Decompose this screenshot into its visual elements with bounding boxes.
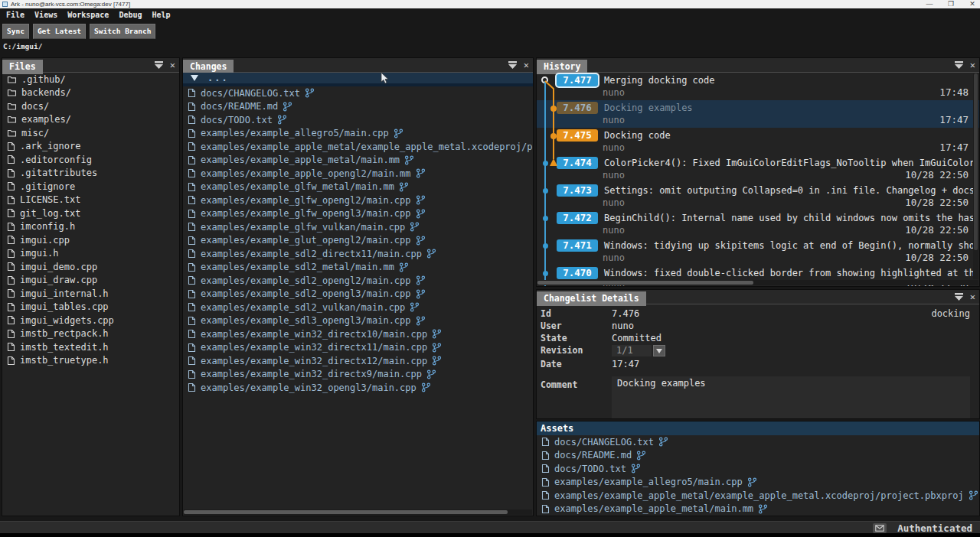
file-tree-item[interactable]: misc/ (2, 126, 179, 140)
close-panel-icon[interactable]: ✕ (170, 60, 175, 70)
menu-item[interactable]: Help (152, 11, 171, 19)
folder-icon (7, 88, 17, 97)
asset-file-row[interactable]: examples/example_apple_metal/example_app… (537, 489, 979, 503)
filter-icon[interactable] (154, 60, 164, 70)
changes-root-row[interactable]: ... (183, 73, 533, 86)
commit-row[interactable]: 7.476 Docking examples nuno 17:47 (537, 100, 979, 128)
toolbar-button[interactable]: Sync (2, 24, 29, 39)
scrollbar-thumb[interactable] (974, 73, 978, 250)
asset-file-row[interactable]: docs/TODO.txt (537, 462, 979, 476)
changed-file-row[interactable]: examples/example_sdl2_opengl2/main.cpp (183, 274, 533, 288)
changed-file-row[interactable]: docs/TODO.txt (183, 113, 533, 127)
file-tree-item[interactable]: examples/ (2, 113, 179, 127)
file-tree-item[interactable]: .ark_ignore (2, 140, 179, 154)
file-tree-item[interactable]: .github/ (2, 73, 179, 86)
file-tree-item[interactable]: imstb_rectpack.h (2, 327, 179, 341)
file-tree-item[interactable]: imgui.h (2, 247, 179, 261)
file-tree-item[interactable]: git_log.txt (2, 207, 179, 220)
changed-file-path: examples/example_sdl3_opengl3/main.cpp (201, 315, 411, 326)
changed-file-row[interactable]: examples/example_win32_opengl3/main.cpp (183, 381, 533, 395)
history-hscrollbar[interactable] (537, 280, 978, 285)
file-tree-item[interactable]: imstb_textedit.h (2, 340, 179, 354)
scrollbar-thumb[interactable] (537, 281, 753, 285)
state-value: Committed (612, 333, 662, 345)
close-icon[interactable]: ✕ (968, 0, 977, 8)
toolbar-button[interactable]: Get Latest (33, 24, 86, 39)
file-tree-item[interactable]: imgui.cpp (2, 233, 179, 247)
changed-file-row[interactable]: examples/example_sdl2_metal/main.mm (183, 261, 533, 275)
commit-row[interactable]: 7.474 ColorPicker4(): Fixed ImGuiColorEd… (537, 155, 979, 183)
commit-row[interactable]: 7.475 Docking code nuno 17:47 (537, 128, 979, 155)
changed-file-row[interactable]: docs/CHANGELOG.txt (183, 86, 533, 100)
history-list: 7.477 Merging docking code nuno 17:48 7.… (537, 73, 979, 287)
changed-file-row[interactable]: examples/example_sdl2_vulkan/main.cpp (183, 301, 533, 314)
asset-file-row[interactable]: examples/example_apple_opengl2/main.mm (537, 516, 979, 516)
menu-item[interactable]: Views (34, 11, 57, 19)
changed-file-row[interactable]: examples/example_glut_opengl2/main.cpp (183, 234, 533, 248)
changed-file-row[interactable]: examples/example_sdl2_directx11/main.cpp (183, 247, 533, 261)
file-tree-item[interactable]: .editorconfig (2, 153, 179, 167)
changed-file-row[interactable]: examples/example_apple_metal/example_app… (183, 140, 533, 154)
changed-file-row[interactable]: examples/example_apple_metal/main.mm (183, 154, 533, 168)
file-icon (188, 249, 196, 259)
file-tree-item[interactable]: .gitignore (2, 180, 179, 194)
commit-node-icon (543, 188, 548, 194)
file-tree-item[interactable]: imgui_internal.h (2, 287, 179, 301)
changed-file-row[interactable]: examples/example_sdl2_opengl3/main.cpp (183, 288, 533, 301)
file-tree-item[interactable]: .gitattributes (2, 167, 179, 181)
filter-icon[interactable] (954, 60, 964, 70)
changed-file-path: examples/example_sdl2_directx11/main.cpp (201, 249, 422, 259)
asset-file-row[interactable]: docs/README.md (537, 449, 979, 463)
minimize-icon[interactable]: — (925, 0, 934, 8)
commit-row[interactable]: 7.477 Merging docking code nuno 17:48 (537, 73, 979, 100)
revision-dropdown-button[interactable] (653, 345, 665, 356)
file-tree-item[interactable]: imgui_demo.cpp (2, 260, 179, 274)
commit-node-icon (541, 76, 548, 83)
mail-icon[interactable] (873, 523, 887, 533)
file-tree-item[interactable]: imstb_truetype.h (2, 354, 179, 368)
menu-item[interactable]: Workspace (67, 11, 109, 19)
changed-file-row[interactable]: examples/example_allegro5/main.cpp (183, 127, 533, 141)
changed-file-row[interactable]: docs/README.md (183, 100, 533, 114)
file-tree-item[interactable]: LICENSE.txt (2, 194, 179, 207)
changed-file-row[interactable]: examples/example_glfw_metal/main.mm (183, 181, 533, 194)
file-tree-item[interactable]: imgui_widgets.cpp (2, 314, 179, 327)
filter-icon[interactable] (508, 60, 518, 70)
expander-icon[interactable] (191, 75, 198, 81)
toolbar-button[interactable]: Switch Branch (90, 24, 155, 39)
tab-changelist-details[interactable]: Changelist Details (537, 291, 646, 306)
asset-file-row[interactable]: examples/example_allegro5/main.cpp (537, 476, 979, 490)
comment-value[interactable]: Docking examples (612, 376, 970, 419)
branch-icon (277, 115, 287, 125)
changed-file-row[interactable]: examples/example_win32_directx10/main.cp… (183, 327, 533, 341)
maximize-icon[interactable]: ❐ (946, 0, 956, 8)
file-tree-item[interactable]: docs/ (2, 99, 179, 113)
changed-file-row[interactable]: examples/example_glfw_vulkan/main.cpp (183, 220, 533, 234)
changed-file-row[interactable]: examples/example_sdl3_opengl3/main.cpp (183, 314, 533, 328)
file-tree-item[interactable]: imconfig.h (2, 220, 179, 234)
scrollbar-thumb[interactable] (184, 510, 508, 514)
changed-file-row[interactable]: examples/example_glfw_opengl2/main.cpp (183, 194, 533, 207)
changes-hscrollbar[interactable] (184, 509, 532, 515)
menu-item[interactable]: Debug (119, 11, 142, 19)
asset-file-row[interactable]: docs/CHANGELOG.txt (537, 435, 979, 449)
changed-file-row[interactable]: examples/example_win32_directx11/main.cp… (183, 341, 533, 355)
file-tree-item[interactable]: imgui_tables.cpp (2, 301, 179, 314)
history-vscrollbar[interactable] (973, 73, 978, 279)
asset-file-row[interactable]: examples/example_apple_metal/main.mm (537, 503, 979, 516)
changed-file-row[interactable]: examples/example_apple_opengl2/main.mm (183, 167, 533, 181)
commit-row[interactable]: 7.473 Settings: omit outputing Collapsed… (537, 183, 979, 210)
changed-file-row[interactable]: examples/example_win32_directx12/main.cp… (183, 354, 533, 368)
close-panel-icon[interactable]: ✕ (524, 60, 529, 70)
commit-row[interactable]: 7.471 Windows: tidying up skipitems logi… (537, 238, 979, 265)
menu-item[interactable]: File (6, 11, 24, 19)
close-panel-icon[interactable]: ✕ (970, 292, 975, 301)
filter-icon[interactable] (954, 292, 964, 301)
commit-row[interactable]: 7.472 BeginChild(): Internal name used b… (537, 210, 979, 238)
file-icon (7, 288, 15, 298)
close-panel-icon[interactable]: ✕ (970, 60, 975, 70)
file-tree-item[interactable]: imgui_draw.cpp (2, 274, 179, 288)
changed-file-row[interactable]: examples/example_glfw_opengl3/main.cpp (183, 207, 533, 221)
file-tree-item[interactable]: backends/ (2, 86, 179, 100)
changed-file-row[interactable]: examples/example_win32_directx9/main.cpp (183, 368, 533, 382)
